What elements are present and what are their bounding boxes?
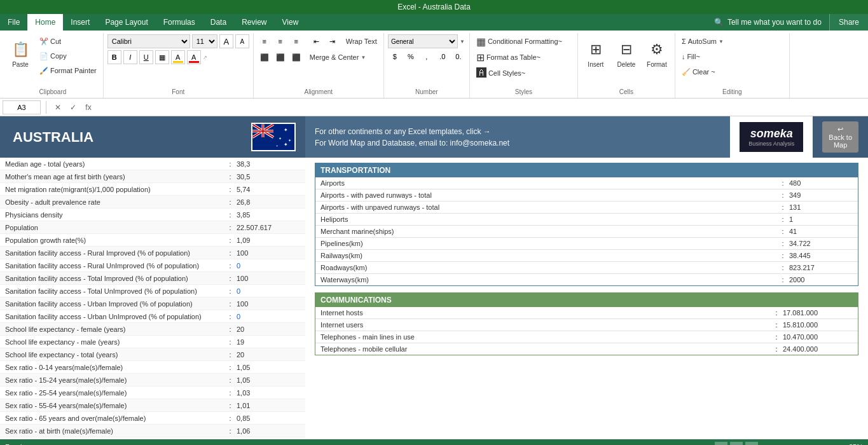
wrap-text-label: Wrap Text bbox=[346, 38, 377, 45]
trans-value: 349 bbox=[789, 191, 853, 199]
fill-button[interactable]: ↓ Fill~ bbox=[679, 50, 703, 64]
menu-insert[interactable]: Insert bbox=[63, 14, 97, 31]
transportation-header: TRANSPORTATION bbox=[315, 163, 858, 177]
spreadsheet-container: AUSTRALIA bbox=[0, 116, 868, 439]
conditional-formatting-button[interactable]: ▦ Conditional Formatting~ bbox=[474, 34, 565, 48]
data-label: Sex ratio - 65 years and over(male(s)/fe… bbox=[5, 414, 224, 422]
communications-row: Telephones - mobile cellular : 24.400.00… bbox=[315, 343, 858, 355]
formula-input[interactable] bbox=[97, 100, 865, 114]
cell-reference-input[interactable] bbox=[3, 100, 41, 114]
ribbon-clipboard-group: 📋 Paste ✂️ Cut 📄 Copy 🖌️ Format Painter … bbox=[3, 33, 104, 98]
font-color-button[interactable]: A bbox=[187, 50, 201, 64]
font-dialog-launcher[interactable]: ↗ bbox=[203, 55, 207, 60]
menu-search[interactable]: 🔍 Tell me what you want to do bbox=[706, 14, 829, 31]
menu-review[interactable]: Review bbox=[234, 14, 274, 31]
align-top-left-button[interactable]: ≡ bbox=[258, 35, 272, 48]
clear-button[interactable]: 🧹 Clear ~ bbox=[679, 65, 718, 79]
comm-label: Telephones - mobile cellular bbox=[320, 345, 770, 353]
insert-function-icon[interactable]: fx bbox=[82, 101, 95, 114]
ribbon-alignment-group: ≡ ≡ ≡ ⇤ ⇥ Wrap Text ⬛ ⬛ ⬛ Merge & Center… bbox=[254, 33, 384, 98]
menu-data[interactable]: Data bbox=[203, 14, 234, 31]
align-left-button[interactable]: ⬛ bbox=[258, 51, 272, 64]
comm-colon: : bbox=[770, 321, 783, 329]
font-name-select[interactable]: Calibri bbox=[107, 34, 190, 48]
svg-text:✦: ✦ bbox=[279, 136, 282, 140]
wrap-text-button[interactable]: Wrap Text bbox=[343, 34, 380, 48]
decimal-decrease-button[interactable]: 0. bbox=[451, 50, 465, 63]
data-label: School life expectancy - male (years) bbox=[5, 338, 224, 346]
data-label: Mother's mean age at first birth (years) bbox=[5, 173, 224, 181]
menu-view[interactable]: View bbox=[275, 14, 307, 31]
menu-home[interactable]: Home bbox=[27, 14, 63, 31]
data-colon: : bbox=[224, 262, 237, 270]
data-value: 1,09 bbox=[237, 236, 300, 244]
comma-button[interactable]: , bbox=[420, 50, 434, 63]
delete-icon: ⊟ bbox=[616, 39, 637, 60]
confirm-formula-icon[interactable]: ✓ bbox=[67, 101, 79, 114]
comm-value: 17.081.000 bbox=[783, 309, 853, 317]
cut-button[interactable]: ✂️ Cut bbox=[37, 34, 99, 48]
left-data-rows: Median age - total (years) : 38,3 Mother… bbox=[0, 158, 305, 439]
copy-button[interactable]: 📄 Copy bbox=[37, 49, 99, 63]
indent-increase-button[interactable]: ⇥ bbox=[326, 35, 340, 48]
font-grow-button[interactable]: A bbox=[219, 34, 233, 48]
menu-page-layout[interactable]: Page Layout bbox=[97, 14, 155, 31]
data-value: 20 bbox=[237, 325, 300, 333]
font-shrink-button[interactable]: A bbox=[235, 34, 249, 48]
transportation-row: Merchant marine(ships) : 41 bbox=[315, 226, 858, 238]
align-top-right-button[interactable]: ≡ bbox=[289, 35, 303, 48]
trans-value: 2000 bbox=[789, 276, 853, 284]
trans-value: 38.445 bbox=[789, 252, 853, 259]
communications-table: COMMUNICATIONS Internet hosts : 17.081.0… bbox=[315, 292, 858, 355]
align-center-button[interactable]: ⬛ bbox=[273, 51, 287, 64]
someka-name: someka bbox=[748, 127, 794, 140]
percent-button[interactable]: % bbox=[404, 50, 418, 63]
communications-row: Internet users : 15.810.000 bbox=[315, 319, 858, 331]
autosum-button[interactable]: Σ AutoSum ▼ bbox=[679, 34, 726, 48]
cell-styles-button[interactable]: 🅰 Cell Styles~ bbox=[474, 66, 528, 80]
share-button[interactable]: Share bbox=[829, 14, 868, 31]
data-value: 1,03 bbox=[237, 389, 300, 397]
normal-view-icon[interactable]: ▤ bbox=[715, 442, 727, 445]
data-colon: : bbox=[224, 275, 237, 282]
comm-colon: : bbox=[770, 345, 783, 353]
insert-button[interactable]: ⊞ Insert bbox=[582, 34, 610, 72]
comm-label: Internet hosts bbox=[320, 309, 770, 317]
paste-button[interactable]: 📋 Paste bbox=[6, 34, 34, 72]
menu-file[interactable]: File bbox=[0, 14, 27, 31]
back-to-map-container[interactable]: ↩ Back to Map bbox=[813, 116, 868, 158]
fill-color-button[interactable]: A bbox=[171, 50, 185, 64]
format-button[interactable]: ⚙ Format bbox=[643, 34, 671, 72]
someka-logo-container: someka Business Analysis bbox=[730, 116, 813, 158]
right-data-panel: TRANSPORTATION Airports : 480 Airports -… bbox=[305, 158, 868, 439]
page-layout-view-icon[interactable]: ⊞ bbox=[730, 442, 743, 445]
decimal-increase-button[interactable]: .0 bbox=[436, 50, 450, 63]
content-area[interactable]: AUSTRALIA bbox=[0, 116, 868, 439]
font-size-select[interactable]: 11 bbox=[192, 34, 217, 48]
italic-button[interactable]: I bbox=[123, 50, 137, 64]
australia-title: AUSTRALIA bbox=[0, 116, 242, 158]
indent-decrease-button[interactable]: ⇤ bbox=[310, 35, 324, 48]
align-right-button[interactable]: ⬛ bbox=[289, 51, 303, 64]
delete-button[interactable]: ⊟ Delete bbox=[612, 34, 640, 72]
trans-colon: : bbox=[776, 252, 789, 259]
merge-center-button[interactable]: Merge & Center ▼ bbox=[307, 50, 369, 64]
back-to-map-button[interactable]: ↩ Back to Map bbox=[822, 121, 858, 153]
format-painter-button[interactable]: 🖌️ Format Painter bbox=[37, 64, 99, 78]
cells-label: Cells bbox=[578, 88, 675, 95]
align-top-center-button[interactable]: ≡ bbox=[273, 35, 287, 48]
transportation-row: Railways(km) : 38.445 bbox=[315, 250, 858, 262]
number-format-select[interactable]: General bbox=[388, 34, 458, 48]
currency-button[interactable]: $ bbox=[388, 50, 402, 63]
menu-formulas[interactable]: Formulas bbox=[156, 14, 203, 31]
comm-label: Internet users bbox=[320, 321, 770, 329]
format-as-table-button[interactable]: ⊞ Format as Table~ bbox=[474, 50, 543, 64]
bold-button[interactable]: B bbox=[107, 50, 121, 64]
data-label: Population growth rate(%) bbox=[5, 236, 224, 244]
page-break-view-icon[interactable]: ⊟ bbox=[745, 442, 758, 445]
data-section: Median age - total (years) : 38,3 Mother… bbox=[0, 158, 868, 439]
border-button[interactable]: ▦ bbox=[155, 50, 169, 64]
transportation-row: Airports - with unpaved runways - total … bbox=[315, 202, 858, 214]
underline-button[interactable]: U bbox=[139, 50, 153, 64]
cancel-formula-icon[interactable]: ✕ bbox=[52, 101, 64, 114]
